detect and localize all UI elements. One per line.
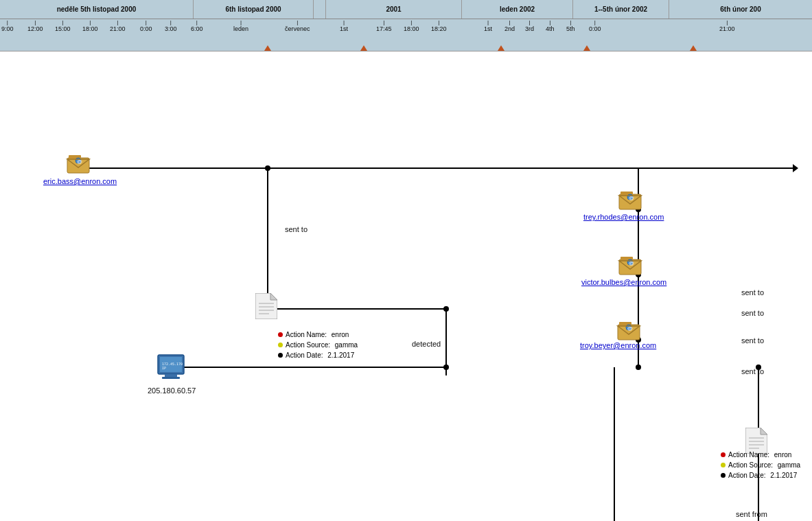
tick-600: 6:00 <box>191 19 203 32</box>
eric-bass-email-icon: @ <box>66 152 91 177</box>
dot-yellow-2 <box>721 463 726 467</box>
action-name-label-2: Action Name: <box>728 450 772 460</box>
action-name-value-2: enron <box>774 450 792 460</box>
tick-1820: 18:20 <box>431 19 447 32</box>
tick-2100: 21:00 <box>719 19 735 32</box>
svg-point-13 <box>265 165 270 171</box>
trey-rhodes-email-icon: @ <box>618 189 642 213</box>
sent-to-trey-label: sent to <box>741 288 764 297</box>
tick-5th: 5th <box>566 19 575 32</box>
date-segment-7: 6th únor 200 <box>669 0 812 19</box>
victor-bulbes-email-icon: @ <box>618 254 642 279</box>
tick-4th: 4th <box>546 19 555 32</box>
document-icon-1 <box>255 293 277 319</box>
svg-marker-1 <box>793 164 798 172</box>
action-name-value-1: enron <box>332 329 349 340</box>
eric-bass-link[interactable]: eric.bass@enron.com <box>43 177 117 185</box>
action-date-label-1: Action Date: <box>286 350 325 360</box>
action-name-label-1: Action Name: <box>286 329 329 340</box>
arrow-5 <box>690 45 697 51</box>
dot-black-2 <box>721 473 726 478</box>
dot-yellow-1 <box>278 343 283 347</box>
tick-21: 21:00 <box>110 19 126 32</box>
ip-computer-icon: 172.45.170 IP <box>156 354 191 384</box>
svg-point-17 <box>443 364 449 370</box>
arrow-3 <box>498 45 504 51</box>
ip-label: 205.180.60.57 <box>148 386 196 395</box>
action-info-box-1: Action Name: enron Action Source: gamma … <box>278 329 358 360</box>
tick-9: 9:00 <box>1 19 14 32</box>
date-segment-3 <box>314 0 326 19</box>
sent-to-victor-label: sent to <box>741 309 764 317</box>
tick-1st: 1st <box>340 19 348 32</box>
svg-marker-66 <box>761 428 767 435</box>
date-segment-6: 1--5th únor 2002 <box>573 0 669 19</box>
tick-3rd: 3rd <box>525 19 534 32</box>
tick-000: 0:00 <box>140 19 152 32</box>
dot-black-1 <box>278 353 283 358</box>
svg-point-12 <box>636 364 641 370</box>
tick-000-2: 0:00 <box>589 19 601 32</box>
tick-18: 18:00 <box>82 19 98 32</box>
timeline-ticks: 9:00 12:00 15:00 18:00 21:00 0:00 3:00 6… <box>0 19 812 43</box>
action-date-label-2: Action Date: <box>728 470 767 481</box>
action-source-value-1: gamma <box>335 340 358 350</box>
tick-1800: 18:00 <box>404 19 419 32</box>
svg-marker-60 <box>270 293 277 300</box>
svg-text:IP: IP <box>162 366 166 370</box>
arrow-1 <box>264 45 271 51</box>
date-segment-4: 2001 <box>326 0 462 19</box>
victor-bulbes-link[interactable]: victor.bulbes@enron.com <box>581 278 666 286</box>
dot-red-2 <box>721 452 726 457</box>
svg-point-14 <box>443 306 449 312</box>
sent-to-label-1: sent to <box>285 225 308 233</box>
troy-beyer-link[interactable]: troy.beyer@enron.com <box>580 341 656 349</box>
connection-lines <box>0 51 812 521</box>
tick-1st-2: 1st <box>484 19 492 32</box>
action-source-value-2: gamma <box>778 460 800 470</box>
tick-12: 12:00 <box>27 19 43 32</box>
svg-rect-56 <box>162 377 180 379</box>
arrow-2 <box>360 45 367 51</box>
action-source-label-1: Action Source: <box>286 340 332 350</box>
action-date-value-1: 2.1.2017 <box>327 350 354 360</box>
timeline-dates-row: neděle 5th listopad 2000 6th listopad 20… <box>0 0 812 19</box>
date-segment-5: leden 2002 <box>462 0 573 19</box>
sent-to-4-label: sent to <box>741 367 764 375</box>
tick-300: 3:00 <box>165 19 177 32</box>
tick-15: 15:00 <box>55 19 71 32</box>
tick-leden: leden <box>233 19 248 32</box>
action-source-label-2: Action Source: <box>728 460 775 470</box>
date-segment-2: 6th listopad 2000 <box>194 0 314 19</box>
svg-rect-55 <box>165 374 177 377</box>
sent-to-troy-label: sent to <box>741 336 764 345</box>
trey-rhodes-link[interactable]: trey.rhodes@enron.com <box>583 213 664 221</box>
timeline-header: neděle 5th listopad 2000 6th listopad 20… <box>0 0 812 51</box>
main-area: @ eric.bass@enron.com @ trey.rhodes@enro… <box>0 51 812 521</box>
sent-from-label: sent from <box>736 510 767 518</box>
action-info-box-2: Action Name: enron Action Source: gamma … <box>721 450 800 481</box>
detected-label: detected <box>412 340 441 348</box>
tick-2nd: 2nd <box>504 19 515 32</box>
dot-red-1 <box>278 332 283 337</box>
arrow-4 <box>583 45 590 51</box>
troy-beyer-email-icon: @ <box>616 319 641 344</box>
action-date-value-2: 2.1.2017 <box>770 470 797 481</box>
tick-1745: 17:45 <box>376 19 392 32</box>
tick-cervenec: červenec <box>285 19 310 32</box>
date-segment-1: neděle 5th listopad 2000 <box>0 0 194 19</box>
